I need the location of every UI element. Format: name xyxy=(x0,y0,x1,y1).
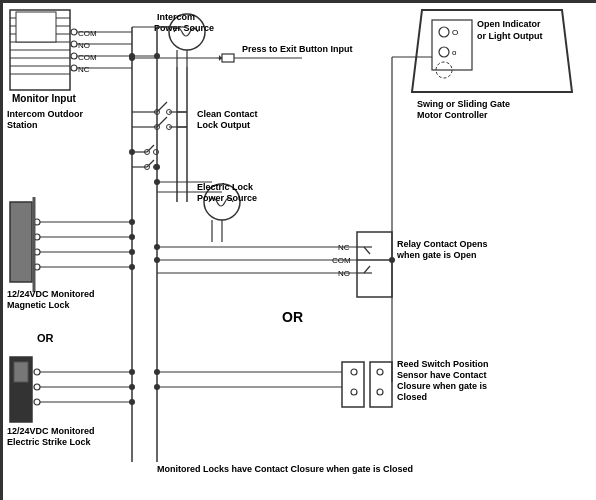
svg-text:Sensor have Contact: Sensor have Contact xyxy=(397,370,487,380)
svg-text:NO: NO xyxy=(78,41,90,50)
svg-text:OR: OR xyxy=(37,332,54,344)
svg-point-157 xyxy=(154,179,160,185)
svg-rect-74 xyxy=(14,362,28,382)
svg-point-116 xyxy=(154,257,160,263)
svg-text:Electric Strike Lock: Electric Strike Lock xyxy=(7,437,92,447)
svg-point-68 xyxy=(129,249,135,255)
svg-point-69 xyxy=(129,264,135,270)
svg-text:Press to Exit Button Input: Press to Exit Button Input xyxy=(242,44,353,54)
svg-rect-101 xyxy=(357,232,392,297)
svg-text:Closure when gate is: Closure when gate is xyxy=(397,381,487,391)
svg-text:COM: COM xyxy=(78,29,97,38)
svg-point-83 xyxy=(129,399,135,405)
svg-text:when gate is Open: when gate is Open xyxy=(396,250,477,260)
svg-point-131 xyxy=(154,384,160,390)
svg-text:Relay Contact Opens: Relay Contact Opens xyxy=(397,239,488,249)
svg-point-66 xyxy=(129,219,135,225)
svg-text:Closed: Closed xyxy=(397,392,427,402)
svg-text:Monitor Input: Monitor Input xyxy=(12,93,77,104)
svg-text:Magnetic Lock: Magnetic Lock xyxy=(7,300,71,310)
svg-text:Intercom Outdoor: Intercom Outdoor xyxy=(7,109,83,119)
svg-text:Clean Contact: Clean Contact xyxy=(197,109,258,119)
svg-point-82 xyxy=(129,384,135,390)
svg-text:o: o xyxy=(452,48,457,57)
svg-text:Reed Switch Position: Reed Switch Position xyxy=(397,359,489,369)
svg-text:Motor Controller: Motor Controller xyxy=(417,110,488,120)
svg-point-142 xyxy=(389,257,395,263)
svg-text:Power Source: Power Source xyxy=(197,193,257,203)
svg-point-67 xyxy=(129,234,135,240)
svg-point-115 xyxy=(154,244,160,250)
svg-text:Lock Output: Lock Output xyxy=(197,120,250,130)
svg-point-153 xyxy=(129,149,135,155)
svg-text:Electric Lock: Electric Lock xyxy=(197,182,254,192)
svg-text:NC: NC xyxy=(78,65,90,74)
svg-text:Intercom: Intercom xyxy=(157,12,195,22)
svg-text:Monitored Locks have Contact C: Monitored Locks have Contact Closure whe… xyxy=(157,464,413,474)
svg-text:12/24VDC Monitored: 12/24VDC Monitored xyxy=(7,426,95,436)
svg-text:Swing or Sliding Gate: Swing or Sliding Gate xyxy=(417,99,510,109)
svg-point-81 xyxy=(129,369,135,375)
svg-text:Station: Station xyxy=(7,120,38,130)
svg-text:O: O xyxy=(452,28,458,37)
svg-point-154 xyxy=(154,164,160,170)
svg-point-130 xyxy=(154,369,160,375)
svg-point-138 xyxy=(129,55,135,61)
svg-rect-10 xyxy=(16,12,56,42)
svg-text:OR: OR xyxy=(282,309,303,325)
svg-text:or Light Output: or Light Output xyxy=(477,31,542,41)
svg-text:Open Indicator: Open Indicator xyxy=(477,19,541,29)
wiring-diagram: COM NO COM NC Monitor Input Intercom Out… xyxy=(0,0,596,500)
svg-rect-56 xyxy=(10,202,32,282)
svg-text:12/24VDC Monitored: 12/24VDC Monitored xyxy=(7,289,95,299)
svg-text:COM: COM xyxy=(78,53,97,62)
svg-text:Power Source: Power Source xyxy=(154,23,214,33)
